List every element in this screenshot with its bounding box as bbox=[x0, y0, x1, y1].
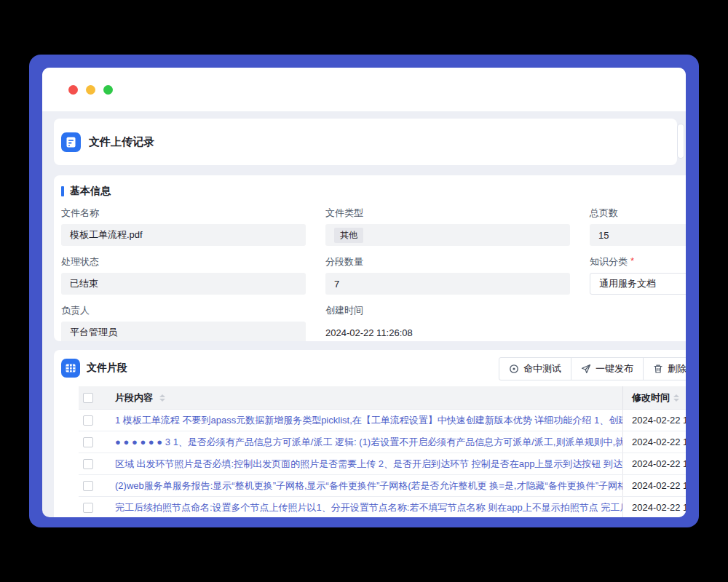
screenshot-stage: 文件上传记录 基本信息 文件名称 模板工单流程.pdf 文件类型 bbox=[0, 0, 728, 582]
field-file-type: 文件类型 其他 bbox=[325, 207, 570, 246]
required-asterisk: * bbox=[630, 255, 634, 268]
segment-modified-time: 2024-02-22 11:2 bbox=[632, 436, 686, 447]
basic-info-section-title: 基本信息 bbox=[61, 185, 686, 198]
segment-modified-time: 2024-02-22 11:2 bbox=[632, 458, 686, 469]
row-checkbox[interactable] bbox=[83, 437, 93, 447]
segment-count-input[interactable]: 7 bbox=[325, 273, 570, 295]
file-type-input[interactable]: 其他 bbox=[325, 224, 570, 246]
table-row: 区域 出发环节照片是否必填:控制出发页面的照片是否需要上传 2、是否开启到达环节… bbox=[79, 453, 686, 475]
file-name-input[interactable]: 模板工单流程.pdf bbox=[61, 224, 306, 246]
field-create-time: 创建时间 2024-02-22 11:26:08 bbox=[325, 304, 570, 341]
document-icon bbox=[61, 132, 81, 152]
zoom-window-button[interactable] bbox=[103, 85, 113, 95]
basic-info-fields: 文件名称 模板工单流程.pdf 文件类型 其他 总页数 15 bbox=[61, 207, 686, 341]
segment-content-link[interactable]: 完工后续拍照节点命名:设置多个节点上传照片以1、分开设置节点名称:若不填写节点名… bbox=[115, 501, 622, 514]
field-process-status: 处理状态 已结束 bbox=[61, 255, 306, 295]
file-type-tag: 其他 bbox=[334, 228, 363, 243]
segments-toolbar: 命中测试 一键发布 bbox=[499, 357, 686, 380]
column-header-time: 修改时间 bbox=[632, 391, 670, 404]
send-icon bbox=[581, 364, 591, 374]
knowledge-category-select[interactable]: 通用服务文档 bbox=[590, 273, 686, 295]
window-titlebar bbox=[42, 68, 686, 111]
row-checkbox[interactable] bbox=[83, 459, 93, 469]
field-knowledge-category: 知识分类 * 通用服务文档 bbox=[590, 255, 686, 295]
table-row: 完工后续拍照节点命名:设置多个节点上传照片以1、分开设置节点名称:若不填写节点名… bbox=[79, 497, 686, 517]
segment-modified-time: 2024-02-22 11:2 bbox=[632, 480, 686, 491]
process-status-input[interactable]: 已结束 bbox=[61, 273, 306, 295]
segment-content-link[interactable]: (2)web服务单服务报告:显示“整机更换”子网格,显示“备件更换件”子网格(若… bbox=[115, 479, 622, 493]
trash-icon bbox=[653, 364, 663, 374]
basic-info-card: 基本信息 文件名称 模板工单流程.pdf 文件类型 其他 总页数 bbox=[54, 175, 686, 341]
section-accent-bar bbox=[61, 186, 64, 196]
page-header: 文件上传记录 bbox=[54, 119, 677, 165]
table-row: (2)web服务单服务报告:显示“整机更换”子网格,显示“备件更换件”子网格(若… bbox=[79, 475, 686, 497]
window-controls bbox=[68, 85, 113, 95]
select-all-checkbox[interactable] bbox=[83, 393, 93, 403]
row-checkbox[interactable] bbox=[83, 415, 93, 426]
column-header-content: 片段内容 bbox=[115, 391, 153, 404]
target-icon bbox=[509, 364, 519, 374]
owner-input[interactable]: 平台管理员 bbox=[61, 322, 306, 341]
app-viewport: 文件上传记录 基本信息 文件名称 模板工单流程.pdf 文件类型 bbox=[42, 68, 686, 517]
table-row: 1 模板工单流程 不要到apass元数据新增服务类型picklist,在【工单流… bbox=[79, 410, 686, 431]
segment-content-link[interactable]: 区域 出发环节照片是否必填:控制出发页面的照片是否需要上传 2、是否开启到达环节… bbox=[115, 458, 622, 471]
page-title: 文件上传记录 bbox=[89, 135, 154, 149]
sort-icon[interactable] bbox=[159, 394, 165, 402]
segment-content-link[interactable]: ● ● ● ● ● ● 3 1、是否必须有产品信息方可派单/派工 逻辑: (1)… bbox=[115, 436, 622, 449]
field-segment-count: 分段数量 7 bbox=[325, 255, 570, 295]
segment-content-link[interactable]: 1 模板工单流程 不要到apass元数据新增服务类型picklist,在【工单流… bbox=[115, 414, 622, 427]
row-checkbox[interactable] bbox=[83, 481, 93, 491]
table-grid-icon bbox=[61, 359, 80, 378]
file-segments-card: 文件片段 命中测试 一键 bbox=[54, 350, 686, 517]
segment-modified-time: 2024-02-22 11:2 bbox=[632, 502, 686, 513]
one-click-publish-button[interactable]: 一键发布 bbox=[571, 358, 643, 380]
row-checkbox[interactable] bbox=[83, 503, 93, 513]
field-file-name: 文件名称 模板工单流程.pdf bbox=[61, 207, 306, 246]
total-pages-input[interactable]: 15 bbox=[590, 224, 686, 246]
field-owner: 负责人 平台管理员 bbox=[61, 304, 306, 341]
hit-test-button[interactable]: 命中测试 bbox=[499, 358, 571, 380]
segments-table: 片段内容 修改时间 1 模板工单流程 不要到apass元数据新增服务类型pick… bbox=[79, 386, 686, 517]
vertical-scrollbar-thumb[interactable] bbox=[678, 124, 684, 158]
window-frame: 文件上传记录 基本信息 文件名称 模板工单流程.pdf 文件类型 bbox=[29, 55, 699, 527]
table-header-row: 片段内容 修改时间 bbox=[79, 386, 686, 410]
segment-modified-time: 2024-02-22 11:2 bbox=[632, 415, 686, 426]
field-total-pages: 总页数 15 bbox=[590, 207, 686, 246]
minimize-window-button[interactable] bbox=[86, 85, 95, 95]
delete-button[interactable]: 删除 bbox=[643, 358, 686, 380]
create-time-value: 2024-02-22 11:26:08 bbox=[325, 322, 570, 341]
table-row: ● ● ● ● ● ● 3 1、是否必须有产品信息方可派单/派工 逻辑: (1)… bbox=[79, 431, 686, 453]
sort-icon[interactable] bbox=[673, 394, 679, 402]
close-window-button[interactable] bbox=[68, 85, 78, 95]
